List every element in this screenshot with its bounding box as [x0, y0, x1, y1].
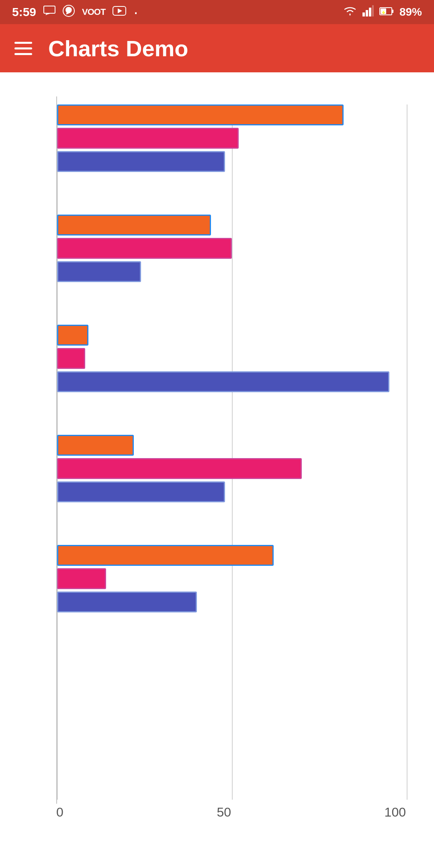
x-label-0: 0 — [56, 805, 63, 820]
bar-group3-pink[interactable] — [57, 348, 85, 369]
bar-group2-blue[interactable] — [57, 261, 141, 282]
chart-area: 0 50 100 — [0, 72, 434, 868]
whatsapp-icon — [63, 5, 75, 20]
bar-group5-blue[interactable] — [57, 592, 197, 612]
x-label-50: 50 — [217, 805, 231, 820]
app-bar: Charts Demo — [0, 24, 434, 72]
bar-group4-blue[interactable] — [57, 481, 225, 502]
svg-rect-5 — [366, 10, 368, 16]
battery-percent: 89% — [399, 6, 422, 18]
hamburger-line-1 — [14, 42, 32, 44]
youtube-icon — [113, 6, 126, 18]
bar-group1-blue[interactable] — [57, 151, 225, 172]
bar-group1-orange[interactable] — [57, 104, 344, 125]
bars-container — [57, 104, 406, 800]
svg-rect-4 — [362, 12, 365, 16]
bar-group5-orange[interactable] — [57, 545, 274, 566]
x-axis: 0 50 100 — [56, 805, 406, 820]
status-bar: 5:59 VOOT · — [0, 0, 434, 24]
svg-rect-6 — [369, 8, 371, 16]
svg-rect-0 — [44, 6, 55, 13]
svg-rect-9 — [392, 10, 393, 13]
bar-group4-orange[interactable] — [57, 435, 134, 456]
hamburger-line-2 — [14, 47, 32, 49]
svg-rect-7 — [372, 5, 374, 16]
status-left: 5:59 VOOT · — [12, 4, 138, 20]
bar-group3-blue[interactable] — [57, 371, 389, 392]
hamburger-line-3 — [14, 53, 32, 55]
grid-line — [407, 104, 407, 800]
app-title: Charts Demo — [48, 35, 188, 61]
bar-group4-pink[interactable] — [57, 458, 302, 479]
hamburger-menu[interactable] — [14, 42, 32, 55]
status-right: 89% — [343, 5, 422, 19]
chart-wrapper: 0 50 100 — [24, 96, 410, 820]
bar-group3-orange[interactable] — [57, 325, 88, 346]
bar-group2-pink[interactable] — [57, 238, 232, 259]
svg-marker-3 — [118, 8, 122, 13]
bar-group2-orange[interactable] — [57, 215, 211, 235]
bar-group1-pink[interactable] — [57, 128, 239, 149]
status-time: 5:59 — [12, 5, 36, 19]
bar-group5-pink[interactable] — [57, 568, 106, 589]
dot-icon: · — [133, 4, 138, 20]
message-icon — [43, 6, 55, 19]
battery-icon — [379, 6, 394, 18]
signal-icon — [362, 5, 374, 19]
wifi-icon — [343, 5, 357, 19]
voot-icon: VOOT — [82, 7, 105, 17]
x-label-100: 100 — [385, 805, 406, 820]
